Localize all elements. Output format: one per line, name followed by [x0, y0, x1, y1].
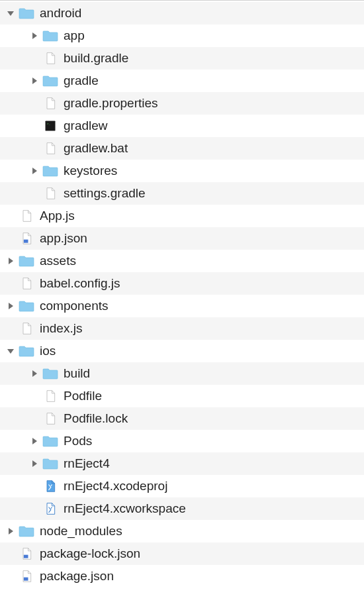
file-icon	[42, 388, 58, 404]
tree-row[interactable]: app.json	[0, 227, 364, 250]
tree-row[interactable]: node_modules	[0, 520, 364, 542]
folder-icon	[19, 343, 34, 359]
chevron-down-icon[interactable]	[5, 346, 16, 356]
chevron-right-icon[interactable]	[29, 436, 40, 446]
file-icon	[42, 95, 58, 111]
tree-item-label: rnEject4.xcworkspace	[64, 501, 186, 516]
file-icon	[19, 321, 34, 336]
tree-row[interactable]: Podfile	[0, 385, 364, 407]
tree-row[interactable]: App.js	[0, 205, 364, 227]
chevron-right-icon[interactable]	[29, 76, 40, 86]
tree-row[interactable]: build.gradle	[0, 47, 364, 70]
file-icon	[19, 276, 34, 291]
tree-row[interactable]: gradlew.bat	[0, 137, 364, 160]
tree-item-label: ios	[40, 344, 56, 358]
tree-item-label: rnEject4.xcodeproj	[64, 479, 167, 493]
json-file-icon	[19, 546, 34, 562]
tree-item-label: Podfile.lock	[64, 411, 128, 426]
tree-item-label: components	[40, 299, 109, 313]
tree-item-label: package.json	[40, 569, 114, 584]
file-icon	[42, 185, 58, 201]
tree-row[interactable]: rnEject4	[0, 452, 364, 475]
tree-row[interactable]: rnEject4.xcworkspace	[0, 497, 364, 520]
tree-item-label: babel.config.js	[40, 276, 120, 291]
tree-row[interactable]: babel.config.js	[0, 272, 364, 295]
xcodeproj-icon	[42, 478, 58, 494]
tree-row[interactable]: gradle.properties	[0, 92, 364, 115]
svg-text:>_: >_	[47, 122, 51, 125]
folder-icon	[42, 73, 58, 89]
tree-item-label: Podfile	[64, 389, 102, 403]
folder-icon	[42, 366, 58, 382]
tree-item-label: assets	[40, 254, 76, 268]
chevron-right-icon[interactable]	[29, 368, 40, 379]
folder-icon	[42, 28, 58, 44]
tree-item-label: app.json	[40, 231, 87, 246]
folder-icon	[42, 456, 58, 472]
tree-item-label: build.gradle	[64, 51, 128, 66]
chevron-down-icon[interactable]	[5, 8, 16, 19]
xcworkspace-icon	[42, 501, 58, 517]
tree-row[interactable]: components	[0, 295, 364, 317]
tree-item-label: keystores	[64, 164, 117, 178]
tree-row[interactable]: gradle	[0, 70, 364, 92]
tree-item-label: gradlew.bat	[64, 141, 128, 156]
tree-item-label: gradle.properties	[64, 96, 158, 111]
tree-row[interactable]: package-lock.json	[0, 542, 364, 565]
tree-item-label: package-lock.json	[40, 546, 140, 561]
tree-item-label: rnEject4	[64, 456, 110, 471]
tree-row[interactable]: settings.gradle	[0, 182, 364, 205]
tree-item-label: gradlew	[64, 119, 108, 133]
tree-item-label: App.js	[40, 209, 75, 223]
svg-rect-4	[24, 578, 28, 581]
json-file-icon	[19, 230, 34, 246]
tree-item-label: gradle	[64, 74, 99, 88]
tree-item-label: settings.gradle	[64, 186, 146, 201]
folder-icon	[19, 298, 34, 314]
tree-row[interactable]: ios	[0, 340, 364, 362]
tree-row[interactable]: rnEject4.xcodeproj	[0, 475, 364, 497]
file-icon	[42, 50, 58, 66]
file-tree: androidappbuild.gradlegradlegradle.prope…	[0, 1, 364, 587]
tree-row[interactable]: Podfile.lock	[0, 407, 364, 430]
tree-item-label: node_modules	[40, 524, 122, 538]
file-icon	[42, 140, 58, 156]
chevron-right-icon[interactable]	[29, 458, 40, 469]
tree-item-label: android	[40, 6, 81, 21]
chevron-right-icon[interactable]	[5, 526, 16, 536]
tree-row[interactable]: index.js	[0, 317, 364, 340]
tree-row[interactable]: Pods	[0, 430, 364, 452]
file-icon	[19, 208, 34, 224]
terminal-icon: >_	[42, 118, 58, 134]
tree-row[interactable]: package.json	[0, 565, 364, 587]
tree-row[interactable]: assets	[0, 250, 364, 272]
chevron-right-icon[interactable]	[5, 301, 16, 311]
svg-rect-3	[24, 555, 28, 558]
chevron-right-icon[interactable]	[5, 256, 16, 266]
chevron-right-icon[interactable]	[29, 30, 40, 41]
folder-icon	[19, 523, 34, 539]
tree-row[interactable]: keystores	[0, 160, 364, 182]
tree-row[interactable]: >_gradlew	[0, 115, 364, 137]
tree-item-label: Pods	[64, 434, 92, 448]
tree-row[interactable]: build	[0, 362, 364, 385]
tree-item-label: app	[64, 28, 85, 43]
tree-row[interactable]: app	[0, 25, 364, 47]
folder-icon	[19, 253, 34, 269]
svg-rect-2	[24, 240, 28, 243]
folder-icon	[19, 5, 34, 21]
folder-icon	[42, 163, 58, 179]
tree-item-label: build	[64, 366, 90, 381]
json-file-icon	[19, 568, 34, 584]
file-icon	[42, 411, 58, 427]
chevron-right-icon[interactable]	[29, 166, 40, 176]
tree-row[interactable]: android	[0, 2, 364, 25]
folder-icon	[42, 433, 58, 449]
tree-item-label: index.js	[40, 321, 82, 336]
